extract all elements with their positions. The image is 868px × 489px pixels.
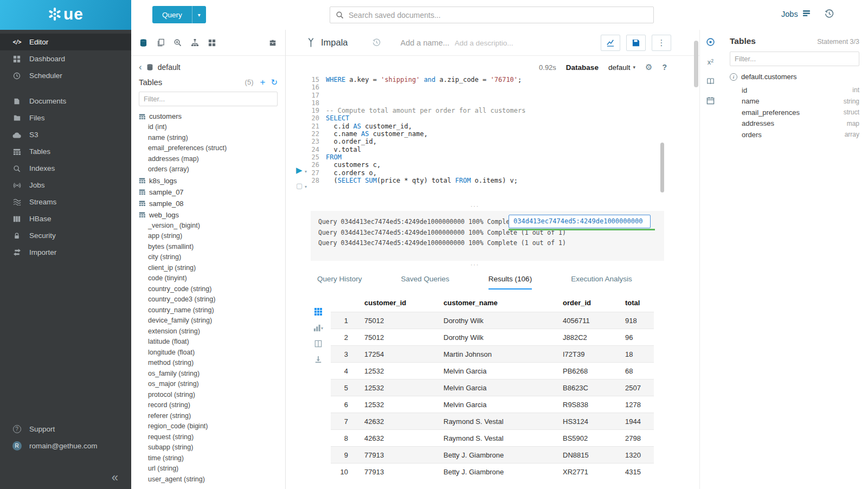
column-item[interactable]: os_family (string) [131,369,285,379]
search-input[interactable] [349,11,648,20]
play-dropdown-icon[interactable]: ▾ [305,169,307,174]
column-item[interactable]: latitude (float) [131,337,285,348]
panel-column-item[interactable]: ordersarray [730,129,859,140]
column-item[interactable]: method (string) [131,358,285,369]
column-item[interactable]: client_ip (string) [131,263,285,274]
assistant-icon[interactable] [706,37,715,47]
results-row[interactable]: 977913Betty J. GiambroneDN88151320 [331,447,654,464]
table-item[interactable]: k8s_logs [131,175,285,186]
sidebar-item-streams[interactable]: Streams [0,194,131,210]
column-item[interactable]: orders (array) [131,164,285,175]
column-item[interactable]: code (tinyint) [131,273,285,284]
results-row[interactable]: 612532Melvin GarciaR9S8381278 [331,396,654,413]
language-reference-icon[interactable] [706,78,715,85]
schedule-icon[interactable] [706,96,715,105]
sidebar-item-dashboard[interactable]: Dashboard [0,50,131,67]
panel-column-item[interactable]: idint [730,85,859,96]
databases-source-icon[interactable] [139,38,147,47]
refresh-icon[interactable]: ↻ [271,78,278,86]
sidebar-item-user[interactable]: R romain@gethue.com [0,437,131,454]
results-row[interactable]: 842632Raymond S. VestalBS59022798 [331,430,654,447]
jobs-link[interactable]: Jobs [781,9,811,19]
table-item[interactable]: sample_08 [131,198,285,209]
tab-execution-analysis[interactable]: Execution Analysis [571,275,632,289]
results-row[interactable]: 742632Raymond S. VestalHS31241944 [331,413,654,430]
kebab-menu-button[interactable]: ⋮ [652,35,671,51]
column-item[interactable]: country_code (string) [131,284,285,295]
column-item[interactable]: country_name (string) [131,305,285,316]
grid-view-icon[interactable] [314,307,323,316]
panel-column-item[interactable]: email_preferencesstruct [730,107,859,118]
sidebar-item-jobs[interactable]: Jobs [0,177,131,194]
engine-title[interactable]: Impala [321,37,348,48]
save-button[interactable] [626,35,646,51]
column-item[interactable]: longitude (float) [131,348,285,358]
chart-button[interactable] [601,35,620,51]
database-selector[interactable]: default ▾ [608,63,635,72]
column-item[interactable]: user_agent (string) [131,474,285,485]
column-item[interactable]: extension (string) [131,326,285,337]
column-item[interactable]: id (int) [131,122,285,133]
results-row[interactable]: 512532Melvin GarciaB8623C2507 [331,379,654,396]
query-name-input[interactable] [401,38,455,47]
column-item[interactable]: request (string) [131,432,285,443]
column-item[interactable]: referer (string) [131,411,285,422]
functions-icon[interactable]: x2 [708,58,714,66]
column-item[interactable]: city (string) [131,252,285,263]
sidebar-item-documents[interactable]: Documents [0,93,131,110]
sidebar-item-files[interactable]: Files [0,110,131,126]
help-question-icon[interactable]: ? [662,63,667,72]
results-column-header[interactable]: total [619,294,654,312]
active-table-link[interactable]: i default.customers [730,73,859,81]
results-row[interactable]: 275012Dorothy WilkJ882C296 [331,329,654,346]
assist-filter-input[interactable] [139,92,278,106]
documents-source-icon[interactable] [157,38,164,47]
panel-column-item[interactable]: addressesmap [730,118,859,130]
column-item[interactable]: country_code3 (string) [131,294,285,305]
column-item[interactable]: device_family (string) [131,316,285,326]
table-item[interactable]: web_logs [131,209,285,221]
back-chevron-icon[interactable]: ‹ [139,62,142,72]
column-item[interactable]: bytes (smallint) [131,242,285,253]
column-item[interactable]: subapp (string) [131,442,285,453]
results-column-header[interactable]: customer_name [437,294,556,312]
column-item[interactable]: time (string) [131,453,285,464]
right-panel-filter-input[interactable] [730,52,859,66]
column-item[interactable]: protocol (string) [131,390,285,401]
results-row[interactable]: 1077913Betty J. GiambroneXR27714315 [331,464,654,480]
sidebar-item-tables[interactable]: Tables [0,143,131,160]
table-item[interactable]: customers [131,111,285,122]
main-scrollbar[interactable] [694,41,698,87]
column-item[interactable]: os_major (string) [131,379,285,390]
breadcrumb-database[interactable]: default [158,63,181,72]
columns-view-icon[interactable] [314,340,322,348]
tab-results-106[interactable]: Results (106) [488,275,532,289]
tab-query-history[interactable]: Query History [317,275,362,289]
column-item[interactable]: addresses (map) [131,154,285,165]
results-row[interactable]: 317254Martin JohnsonI72T3918 [331,346,654,363]
table-item[interactable]: sample_07 [131,186,285,198]
results-row[interactable]: 412532Melvin GarciaPB626868 [331,363,654,379]
hue-logo[interactable]: ue [0,0,131,30]
collapse-sidebar-button[interactable]: « [112,471,118,485]
play-button[interactable]: ▶ [296,165,303,175]
sidebar-item-security[interactable]: Security [0,227,131,244]
sidebar-item-editor[interactable]: </>Editor [0,34,131,50]
chart-view-icon[interactable]: ▾ [313,324,323,332]
add-table-icon[interactable]: + [260,78,265,87]
results-row[interactable]: 175012Dorothy Wilk4056711918 [331,312,654,329]
editor-history-icon[interactable] [372,38,381,47]
new-query-button[interactable]: Query ▾ [152,6,206,23]
query-description-input[interactable] [455,39,520,47]
zoom-icon[interactable] [173,38,182,47]
column-item[interactable]: record (string) [131,400,285,411]
results-column-header[interactable]: order_id [556,294,619,312]
hierarchy-icon[interactable] [191,38,199,47]
tab-saved-queries[interactable]: Saved Queries [401,275,449,289]
panel-column-item[interactable]: namestring [730,96,859,107]
query-id-tooltip[interactable]: 034d413ec7474ed5:4249de1000000000 [509,215,651,228]
sidebar-item-importer[interactable]: Importer [0,244,131,261]
editor-scrollbar[interactable] [660,143,664,192]
sidebar-item-s3[interactable]: S3 [0,126,131,143]
resize-handle[interactable]: ∙∙∙ [286,262,664,268]
